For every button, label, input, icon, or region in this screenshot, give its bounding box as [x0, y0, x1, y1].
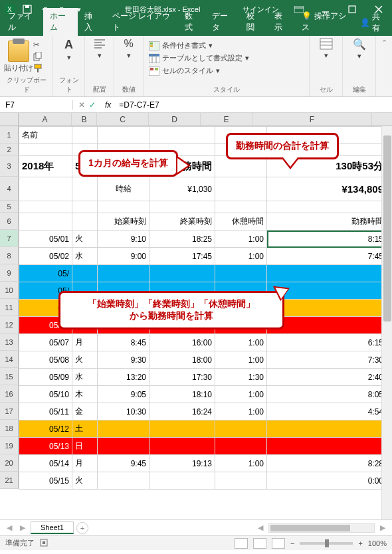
cell[interactable]: 9:30	[98, 351, 149, 369]
number-dropdown[interactable]: %▾	[118, 38, 139, 60]
cell[interactable]	[98, 420, 149, 438]
cell[interactable]: 火	[72, 231, 98, 248]
cell[interactable]	[72, 265, 98, 282]
new-sheet-button[interactable]: +	[76, 522, 88, 534]
cell[interactable]	[149, 472, 215, 490]
row-header[interactable]: 18	[0, 420, 19, 437]
cell[interactable]: 水	[72, 369, 98, 386]
cell[interactable]	[267, 438, 387, 455]
cell[interactable]	[72, 213, 98, 231]
tab-insert[interactable]: 挿入	[78, 8, 105, 36]
row-header[interactable]: 10	[0, 282, 19, 299]
cell[interactable]: 8:15	[267, 231, 387, 248]
row-header[interactable]: 11	[0, 299, 19, 316]
tab-formulas[interactable]: 数式	[178, 8, 205, 36]
cell[interactable]: 8:45	[98, 334, 149, 351]
cell[interactable]: 05/11	[19, 403, 72, 420]
table-format-button[interactable]: テーブルとして書式設定 ▾	[149, 53, 304, 63]
cell[interactable]: 日	[72, 438, 98, 455]
cancel-formula-icon[interactable]: ✕	[78, 100, 85, 110]
hscroll-right[interactable]: ▶	[377, 523, 388, 532]
view-normal-button[interactable]	[235, 538, 248, 549]
cell[interactable]: 8:28	[267, 455, 387, 472]
row-header[interactable]: 13	[0, 333, 19, 351]
cell[interactable]: 9:05	[98, 386, 149, 403]
cell[interactable]: 10:30	[98, 403, 149, 420]
cell[interactable]: 月	[72, 455, 98, 472]
cell[interactable]: 05/10	[19, 386, 72, 403]
cell[interactable]	[149, 420, 215, 438]
cell[interactable]: 16:00	[149, 334, 215, 351]
cell[interactable]	[215, 201, 267, 213]
cell[interactable]	[215, 420, 267, 438]
cell[interactable]: 火	[72, 472, 98, 490]
cell[interactable]	[267, 317, 387, 334]
share-button[interactable]: 👤共有	[355, 9, 391, 36]
cell[interactable]: 始業時刻	[98, 213, 149, 231]
cell[interactable]: 17:30	[149, 369, 215, 386]
cell[interactable]	[267, 265, 387, 282]
cell[interactable]: 1:00	[215, 386, 267, 403]
cell[interactable]: 木	[72, 386, 98, 403]
cell[interactable]	[19, 177, 72, 201]
cell[interactable]	[215, 438, 267, 455]
copy-button[interactable]	[33, 52, 43, 61]
cell[interactable]	[215, 472, 267, 490]
cell[interactable]: 2018年	[19, 156, 72, 177]
cell[interactable]	[149, 265, 215, 282]
view-page-layout-button[interactable]	[253, 538, 266, 549]
paste-button[interactable]: 貼り付け	[4, 38, 33, 73]
tab-view[interactable]: 表示	[268, 8, 295, 36]
cell[interactable]	[267, 300, 387, 317]
cell[interactable]	[215, 177, 267, 201]
cell[interactable]: 05/01	[19, 231, 72, 248]
select-all-corner[interactable]	[0, 113, 19, 126]
align-dropdown[interactable]: ▾	[89, 38, 110, 60]
cell[interactable]: 勤務時間	[267, 213, 387, 231]
cell[interactable]: 05/07	[19, 334, 72, 351]
cell[interactable]: 05/14	[19, 455, 72, 472]
cell[interactable]: ¥1,030	[149, 177, 215, 201]
cell[interactable]: 1:00	[215, 403, 267, 420]
sheet-tab-1[interactable]: Sheet1	[31, 521, 74, 534]
cell[interactable]: 6:15	[267, 334, 387, 351]
cell[interactable]: 18:10	[149, 386, 215, 403]
cell[interactable]: 4:54	[267, 403, 387, 420]
cell[interactable]	[98, 438, 149, 455]
cell-style-button[interactable]: セルのスタイル ▾	[149, 66, 304, 76]
column-header[interactable]: C	[97, 113, 149, 126]
row-header[interactable]: 3	[0, 155, 19, 177]
row-header[interactable]: 14	[0, 351, 19, 368]
cell[interactable]: 金	[72, 403, 98, 420]
cell[interactable]	[72, 177, 98, 201]
cell[interactable]: 土	[72, 420, 98, 438]
tab-review[interactable]: 校閲	[240, 8, 267, 36]
sheet-nav-next[interactable]: ▶	[17, 523, 28, 532]
cell[interactable]: 18:00	[149, 351, 215, 369]
edit-dropdown[interactable]: 🔍▾	[347, 38, 371, 60]
cell[interactable]: 1:00	[215, 351, 267, 369]
row-header[interactable]: 7	[0, 230, 19, 247]
cell[interactable]: 05/13	[19, 438, 72, 455]
column-header[interactable]: B	[72, 113, 97, 126]
cell[interactable]	[19, 144, 72, 156]
row-header[interactable]: 16	[0, 385, 19, 403]
row-header[interactable]: 2	[0, 143, 19, 155]
cell-dropdown[interactable]: ▾	[314, 38, 338, 60]
cell[interactable]: 05/09	[19, 369, 72, 386]
fx-icon[interactable]: fx	[101, 100, 115, 110]
cell[interactable]: 9:45	[98, 455, 149, 472]
cell[interactable]	[72, 201, 98, 213]
conditional-format-button[interactable]: 条件付き書式 ▾	[149, 41, 304, 50]
cell[interactable]: 1:00	[215, 455, 267, 472]
macro-icon[interactable]	[40, 539, 48, 548]
cell[interactable]	[98, 472, 149, 490]
cell[interactable]: 16:24	[149, 403, 215, 420]
zoom-in-button[interactable]: +	[358, 539, 362, 547]
column-header[interactable]: F	[252, 113, 372, 126]
cell[interactable]: 1:00	[215, 248, 267, 265]
sheet-nav-prev[interactable]: ◀	[4, 523, 15, 532]
vertical-scrollbar[interactable]	[381, 126, 392, 519]
cell[interactable]	[149, 201, 215, 213]
cell[interactable]: 2:40	[267, 369, 387, 386]
